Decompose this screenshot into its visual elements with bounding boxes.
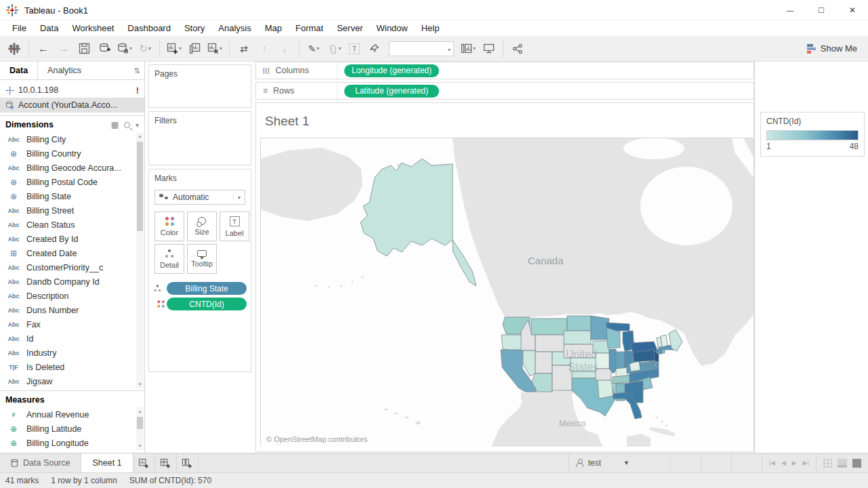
first-sheet-icon[interactable] [769, 460, 775, 466]
scroll-up-icon[interactable] [136, 407, 144, 415]
save-button[interactable] [75, 39, 93, 58]
clear-sheet-button[interactable]: ▾ [206, 39, 224, 58]
field-created-by-id[interactable]: AbcCreated By Id [0, 232, 136, 246]
tab-data-source[interactable]: Data Source [0, 453, 81, 472]
new-data-source-button[interactable] [96, 39, 113, 58]
field-jigsaw[interactable]: AbcJigsaw [0, 374, 136, 388]
pill-cntd-id[interactable]: CNTD(Id) [167, 298, 247, 310]
state-LA[interactable] [598, 380, 613, 399]
field-is-deleted[interactable]: T|FIs Deleted [0, 360, 136, 374]
scroll-down-icon[interactable] [136, 442, 144, 450]
size-button[interactable]: Size [187, 211, 217, 241]
field-id[interactable]: AbcId [0, 331, 136, 346]
scroll-down-icon[interactable] [136, 380, 144, 388]
pill-billing-state[interactable]: Billing State [167, 282, 247, 295]
state-IN[interactable] [616, 352, 625, 369]
pause-auto-updates-caret[interactable]: ▾ [129, 45, 132, 52]
filters-card[interactable]: Filters [148, 111, 251, 165]
menu-map[interactable]: Map [258, 21, 289, 35]
pages-card[interactable]: Pages [148, 64, 251, 108]
measures-scrollbar[interactable] [136, 407, 144, 450]
pause-auto-updates-button[interactable]: ▾ [116, 39, 133, 58]
duplicate-sheet-button[interactable] [186, 39, 203, 58]
detail-button[interactable]: Detail [154, 244, 184, 274]
state-UT[interactable] [535, 352, 552, 373]
menu-analysis[interactable]: Analysis [211, 21, 257, 35]
state-DE[interactable] [654, 362, 657, 367]
menu-story[interactable]: Story [178, 21, 211, 35]
prev-sheet-icon[interactable] [781, 460, 786, 466]
legend-gradient[interactable] [766, 130, 859, 140]
connection-row[interactable]: 10.0.1.198 ! [0, 83, 144, 98]
mark-type-caret[interactable] [233, 195, 241, 201]
redo-button[interactable]: → [55, 39, 73, 58]
pill-latitude[interactable]: Latitude (generated) [344, 85, 439, 98]
fix-axes-button[interactable] [366, 39, 384, 58]
field-billing-geocode-accura-[interactable]: AbcBilling Geocode Accura... [0, 161, 136, 175]
user-menu-caret[interactable] [623, 460, 629, 466]
label-button[interactable]: Label [220, 211, 249, 241]
dimensions-menu-caret[interactable] [136, 120, 139, 129]
maximize-button[interactable] [806, 0, 837, 20]
state-MN[interactable] [591, 316, 609, 340]
next-sheet-icon[interactable] [792, 460, 797, 466]
color-legend-card[interactable]: CNTD(Id) 1 48 [760, 112, 865, 157]
sort-ascending-button[interactable]: ↑ [255, 39, 273, 58]
field-billing-longitude[interactable]: ⊕Billing Longitude [0, 436, 136, 450]
menu-worksheet[interactable]: Worksheet [65, 21, 121, 35]
presentation-mode-button[interactable] [480, 39, 497, 58]
undo-button[interactable]: ← [35, 39, 52, 58]
field-fax[interactable]: AbcFax [0, 317, 136, 331]
state-MT[interactable] [531, 319, 567, 335]
highlight-button[interactable]: ✎▾ [305, 39, 323, 58]
field-customerpriority-c[interactable]: AbcCustomerPriority__c [0, 260, 136, 274]
field-created-date[interactable]: ⊞Created Date [0, 246, 136, 260]
close-button[interactable] [837, 0, 868, 20]
show-me-button[interactable]: Show Me [807, 43, 857, 54]
sort-descending-button[interactable]: ↓ [276, 39, 293, 58]
tab-analytics[interactable]: Analytics [38, 62, 129, 79]
field-billing-city[interactable]: AbcBilling City [0, 132, 136, 146]
show-mark-labels-button[interactable] [346, 39, 363, 58]
view-data-grid-icon[interactable] [111, 120, 119, 129]
state-SD[interactable] [564, 331, 591, 344]
minimize-button[interactable] [774, 0, 806, 20]
fit-selector[interactable]: ▾ [389, 41, 454, 56]
run-auto-updates-button[interactable]: ↻▾ [136, 39, 154, 58]
new-worksheet-button[interactable]: ▾ [165, 39, 183, 58]
scrollbar-thumb[interactable] [137, 142, 143, 231]
share-button[interactable] [509, 39, 526, 58]
new-story-tab[interactable] [177, 453, 199, 472]
scroll-up-icon[interactable] [136, 132, 144, 140]
menu-file[interactable]: File [5, 21, 33, 35]
menu-server[interactable]: Server [330, 21, 369, 35]
menu-dashboard[interactable]: Dashboard [121, 21, 178, 35]
mark-type-dropdown[interactable]: Automatic [154, 190, 245, 205]
choropleth-map[interactable]: Canada United States Mexico © OpenStreet… [261, 138, 753, 447]
pill-longitude[interactable]: Longitude (generated) [344, 64, 439, 77]
field-annual-revenue[interactable]: #Annual Revenue [0, 407, 136, 422]
columns-shelf[interactable]: Columns Longitude (generated) [255, 62, 754, 79]
clear-sheet-caret[interactable]: ▾ [220, 45, 222, 52]
state-CT[interactable] [657, 349, 662, 354]
pane-sort-icon[interactable] [129, 62, 144, 79]
field-billing-country[interactable]: ⊕Billing Country [0, 146, 136, 161]
menu-window[interactable]: Window [369, 21, 414, 35]
new-worksheet-tab[interactable] [133, 453, 155, 472]
field-duns-number[interactable]: AbcDuns Number [0, 303, 136, 317]
menu-format[interactable]: Format [289, 21, 330, 35]
table-row-selected[interactable]: Account (YourData.Acco... [0, 98, 144, 113]
connection-alert[interactable]: ! [136, 85, 139, 96]
search-icon[interactable] [124, 122, 130, 128]
show-tabs-icon[interactable] [852, 459, 861, 468]
fit-selector-caret[interactable]: ▾ [448, 47, 451, 53]
map-view[interactable]: Canada United States Mexico © OpenStreet… [260, 138, 753, 446]
scrollbar-thumb[interactable] [137, 417, 143, 429]
swap-rows-columns-button[interactable]: ⇄ [235, 39, 253, 58]
field-industry[interactable]: AbcIndustry [0, 346, 136, 360]
field-billing-state[interactable]: ⊕Billing State [0, 189, 136, 203]
field-billing-street[interactable]: AbcBilling Street [0, 203, 136, 218]
tableau-home-button[interactable] [5, 39, 23, 58]
field-description[interactable]: AbcDescription [0, 289, 136, 303]
menu-help[interactable]: Help [415, 21, 447, 35]
